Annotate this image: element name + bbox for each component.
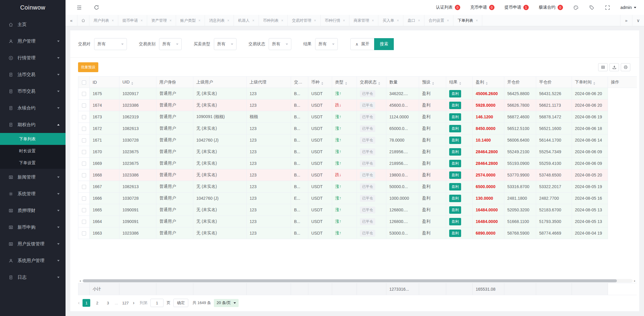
prev-page-button[interactable]: ‹ — [78, 300, 80, 306]
theme-icon[interactable] — [573, 5, 579, 10]
close-icon[interactable]: × — [252, 18, 254, 23]
tab-merchant-mgmt[interactable]: 商家管理× — [349, 15, 378, 26]
sort-icon[interactable] — [321, 82, 323, 85]
column-header-result[interactable]: 结果 — [446, 77, 473, 88]
tab-coin-market[interactable]: 币种行情× — [321, 15, 349, 26]
collapse-sidebar-icon[interactable] — [76, 4, 82, 10]
next-page-button[interactable]: › — [133, 300, 134, 306]
page-number-127[interactable]: 127 — [121, 299, 130, 307]
goto-page-input[interactable] — [150, 299, 164, 307]
tab-contract-settings[interactable]: 合约设置× — [424, 15, 453, 26]
row-checkbox[interactable] — [82, 185, 86, 189]
close-icon[interactable]: × — [112, 18, 114, 23]
fullscreen-icon[interactable] — [605, 5, 610, 10]
search-button[interactable]: 搜索 — [374, 38, 394, 50]
sidebar-item-user-mgmt[interactable]: 用户管理 — [0, 33, 66, 49]
sidebar-subitem-duration-settings[interactable]: 时长设置 — [0, 145, 66, 157]
sidebar-item-market-mgmt[interactable]: 行情管理 — [0, 49, 66, 66]
tab-robot[interactable]: 机器人× — [234, 15, 259, 26]
select-all-checkbox[interactable] — [82, 80, 86, 85]
sidebar-item-system-mgmt[interactable]: 系统管理 — [0, 185, 66, 202]
close-icon[interactable]: × — [418, 18, 420, 23]
batch-preset-button[interactable]: 批量预设 — [78, 62, 98, 72]
page-number-2[interactable]: 2 — [93, 299, 101, 307]
filter-select-trade-status[interactable]: 所有 — [269, 38, 291, 50]
column-header-profit[interactable]: 盈利 — [473, 77, 504, 88]
row-checkbox[interactable] — [82, 173, 86, 177]
row-checkbox[interactable] — [82, 103, 86, 108]
tab-coin-list[interactable]: 币种列表× — [259, 15, 288, 26]
tab-account-type[interactable]: 账户类型× — [176, 15, 205, 26]
sidebar-item-staking-finance[interactable]: 质押理财 — [0, 202, 66, 219]
tag-icon[interactable] — [589, 5, 595, 10]
row-checkbox[interactable] — [82, 150, 86, 154]
scroll-left-arrow-icon[interactable]: ◂ — [78, 279, 82, 283]
tab-buy-order[interactable]: 买入单× — [378, 15, 403, 26]
tab-actions-button[interactable]: ∨ — [632, 15, 644, 26]
sort-icon[interactable] — [459, 82, 461, 85]
sidebar-subitem-order-settings[interactable]: 下单设置 — [0, 157, 66, 169]
close-icon[interactable]: × — [372, 18, 374, 23]
scrollbar-track[interactable] — [82, 279, 633, 283]
column-header-type[interactable]: 类型 — [332, 77, 357, 88]
tab-orderbook[interactable]: 盘口× — [403, 15, 424, 26]
column-header-time[interactable]: 下单时间 — [572, 77, 608, 88]
filter-select-pair[interactable]: 所有 — [94, 38, 127, 50]
sort-icon[interactable] — [345, 82, 347, 85]
sidebar-item-home[interactable]: 主页 — [0, 16, 66, 33]
close-icon[interactable]: × — [281, 18, 283, 23]
sort-icon[interactable] — [378, 82, 380, 85]
sidebar-item-new-coin-subscribe[interactable]: 新币申购 — [0, 219, 66, 236]
row-checkbox[interactable] — [82, 162, 86, 166]
column-header-status[interactable]: 交易状态 — [357, 77, 386, 88]
close-icon[interactable]: × — [447, 18, 449, 23]
notification-auth-list[interactable]: 认证列表0 — [436, 5, 460, 10]
close-icon[interactable]: × — [314, 18, 316, 23]
sort-icon[interactable] — [486, 82, 488, 85]
close-icon[interactable]: × — [476, 18, 478, 23]
sidebar-item-system-user-mgmt[interactable]: 系统用户管理 — [0, 252, 66, 269]
sort-icon[interactable] — [432, 82, 434, 85]
sidebar-item-logs[interactable]: 日志 — [0, 269, 66, 286]
page-size-select[interactable]: 20 条/页 — [214, 299, 239, 307]
sort-icon[interactable] — [131, 82, 133, 85]
row-checkbox[interactable] — [82, 127, 86, 131]
row-checkbox[interactable] — [82, 208, 86, 212]
tab-withdraw-apply[interactable]: 提币申请× — [118, 15, 147, 26]
row-checkbox[interactable] — [82, 231, 86, 236]
tab-asset-mgmt[interactable]: 资产管理× — [147, 15, 176, 26]
row-checkbox[interactable] — [82, 138, 86, 142]
row-checkbox[interactable] — [82, 115, 86, 119]
column-settings-button[interactable] — [598, 63, 608, 71]
sidebar-item-news-mgmt[interactable]: 新闻管理 — [0, 169, 66, 185]
column-header-coin[interactable]: 币种 — [308, 77, 332, 88]
close-icon[interactable]: × — [343, 18, 345, 23]
sidebar-item-user-feedback-mgmt[interactable]: 用户反馈管理 — [0, 236, 66, 252]
tab-user-list[interactable]: 用户列表× — [89, 15, 118, 26]
sidebar-item-options-contract[interactable]: 期权合约 — [0, 116, 66, 133]
user-menu[interactable]: admin — [620, 5, 636, 10]
tab-message-list[interactable]: 消息列表× — [205, 15, 234, 26]
expand-filters-button[interactable]: ∧展开 — [350, 38, 374, 50]
close-icon[interactable]: × — [227, 18, 229, 23]
close-icon[interactable]: × — [169, 18, 172, 23]
page-number-3[interactable]: 3 — [104, 299, 112, 307]
close-icon[interactable]: × — [397, 18, 399, 23]
page-number-1[interactable]: 1 — [83, 299, 90, 307]
notification-deposit-apply[interactable]: 充币申请0 — [470, 5, 494, 10]
scrollbar-thumb[interactable] — [83, 279, 617, 282]
sidebar-item-fiat-trade[interactable]: 法币交易 — [0, 66, 66, 83]
close-icon[interactable]: × — [141, 18, 143, 23]
row-checkbox[interactable] — [82, 92, 86, 96]
confirm-page-button[interactable]: 确定 — [173, 299, 188, 307]
tab-home[interactable] — [77, 15, 89, 26]
filter-select-result[interactable]: 所有 — [315, 38, 338, 50]
row-checkbox[interactable] — [82, 196, 86, 201]
row-checkbox[interactable] — [82, 220, 86, 224]
tab-pair-mgmt[interactable]: 交易对管理× — [288, 15, 321, 26]
column-header-uid[interactable]: UID — [119, 77, 156, 88]
sidebar-subitem-order-list[interactable]: 下单列表 — [0, 133, 66, 145]
tab-order-list[interactable]: 下单列表× — [453, 15, 482, 26]
refresh-icon[interactable] — [94, 4, 99, 10]
sidebar-item-spot-trade[interactable]: 币币交易 — [0, 83, 66, 100]
